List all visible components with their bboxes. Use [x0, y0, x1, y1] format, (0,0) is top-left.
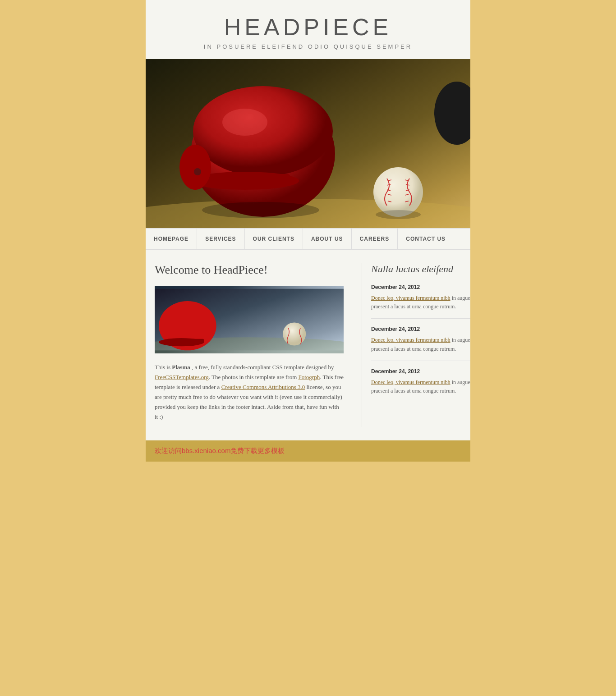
sidebar-date-2: December 24, 2012	[371, 326, 470, 332]
svg-point-8	[194, 168, 201, 175]
fotogrph-link[interactable]: Fotogrph	[299, 374, 320, 380]
svg-point-9	[202, 202, 319, 218]
site-tagline: IN POSUERE ELEIFEND ODIO QUISQUE SEMPER	[155, 43, 461, 50]
article-image	[155, 286, 344, 353]
main-nav: HOMEPAGE SERVICES OUR CLIENTS ABOUT US C…	[146, 228, 470, 250]
sidebar-entry-1: December 24, 2012 Donec leo, vivamus fer…	[371, 284, 470, 319]
nav-list: HOMEPAGE SERVICES OUR CLIENTS ABOUT US C…	[146, 229, 470, 249]
cc-link[interactable]: Creative Commons Attributions 3.0	[221, 384, 305, 390]
main-content: Welcome to HeadPiece!	[146, 263, 362, 427]
svg-point-6	[222, 109, 267, 136]
sidebar-entry-3: December 24, 2012 Donec leo, vivamus fer…	[371, 368, 470, 403]
sidebar-heading: Nulla luctus eleifend	[371, 263, 470, 275]
sidebar-link-1[interactable]: Donec leo, vivamus fermentum nibh	[371, 295, 451, 301]
freecss-link[interactable]: FreeCSSTemplates.org	[155, 374, 209, 380]
footer-watermark: 欢迎访问bbs.xieniao.com免费下载更多模板	[146, 440, 470, 462]
hero-image	[146, 59, 470, 228]
sidebar: Nulla luctus eleifend December 24, 2012 …	[362, 263, 470, 427]
svg-rect-28	[167, 339, 204, 343]
svg-point-7	[179, 145, 211, 190]
watermark-text: 欢迎访问bbs.xieniao.com免费下载更多模板	[155, 447, 285, 454]
nav-link-careers[interactable]: CAREERS	[352, 229, 398, 249]
nav-item-services[interactable]: SERVICES	[197, 229, 244, 249]
nav-link-homepage[interactable]: HOMEPAGE	[146, 229, 197, 249]
nav-item-homepage[interactable]: HOMEPAGE	[146, 229, 197, 249]
svg-point-21	[376, 210, 421, 219]
sidebar-date-3: December 24, 2012	[371, 368, 470, 375]
main-inner: Welcome to HeadPiece!	[146, 263, 353, 422]
nav-link-about-us[interactable]: ABOUT US	[303, 229, 351, 249]
nav-link-contact-us[interactable]: CONTACT US	[398, 229, 454, 249]
main-heading: Welcome to HeadPiece!	[155, 263, 344, 277]
sidebar-text-1: Donec leo, vivamus fermentum nibh in aug…	[371, 294, 470, 311]
content-wrapper: Welcome to HeadPiece!	[146, 250, 470, 440]
nav-item-contact-us[interactable]: CONTACT US	[398, 229, 454, 249]
sidebar-text-3: Donec leo, vivamus fermentum nibh in aug…	[371, 378, 470, 395]
sidebar-date-1: December 24, 2012	[371, 284, 470, 290]
page-wrapper: HEADPIECE IN POSUERE ELEIFEND ODIO QUISQ…	[146, 0, 470, 462]
nav-item-our-clients[interactable]: OUR CLIENTS	[245, 229, 303, 249]
nav-link-our-clients[interactable]: OUR CLIENTS	[245, 229, 303, 249]
article-body: This is Plasma , a free, fully standards…	[155, 362, 344, 422]
sidebar-link-2[interactable]: Donec leo, vivamus fermentum nibh	[371, 337, 451, 343]
svg-rect-5	[200, 174, 290, 183]
nav-item-careers[interactable]: CAREERS	[352, 229, 398, 249]
sidebar-text-2: Donec leo, vivamus fermentum nibh in aug…	[371, 336, 470, 353]
sidebar-entry-2: December 24, 2012 Donec leo, vivamus fer…	[371, 326, 470, 361]
svg-point-3	[193, 86, 333, 176]
sidebar-link-3[interactable]: Donec leo, vivamus fermentum nibh	[371, 379, 451, 385]
nav-link-services[interactable]: SERVICES	[197, 229, 244, 249]
svg-point-10	[373, 167, 423, 217]
svg-point-25	[283, 322, 306, 345]
nav-item-about-us[interactable]: ABOUT US	[303, 229, 352, 249]
plasma-bold: Plasma	[172, 364, 190, 371]
site-title: HEADPIECE	[155, 14, 461, 41]
hero-banner	[146, 59, 470, 228]
site-header: HEADPIECE IN POSUERE ELEIFEND ODIO QUISQ…	[146, 0, 470, 59]
